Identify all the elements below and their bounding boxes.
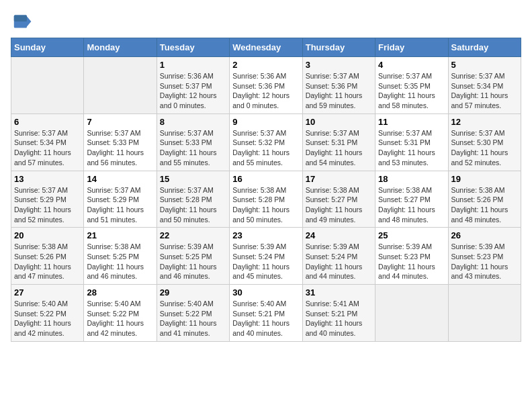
- day-detail: Sunrise: 5:37 AMSunset: 5:29 PMDaylight:…: [87, 185, 153, 225]
- day-detail: Sunrise: 5:39 AMSunset: 5:24 PMDaylight:…: [232, 242, 299, 281]
- calendar-cell: 27Sunrise: 5:40 AMSunset: 5:22 PMDayligh…: [11, 285, 84, 342]
- day-number: 8: [160, 117, 226, 127]
- calendar-week-1: 1Sunrise: 5:36 AMSunset: 5:37 PMDaylight…: [11, 57, 521, 114]
- header-tuesday: Tuesday: [157, 38, 229, 57]
- calendar-cell: 15Sunrise: 5:37 AMSunset: 5:28 PMDayligh…: [157, 171, 229, 228]
- day-number: 5: [451, 60, 518, 70]
- day-number: 27: [14, 287, 81, 298]
- calendar-cell: 18Sunrise: 5:38 AMSunset: 5:27 PMDayligh…: [375, 171, 448, 228]
- calendar-cell: 25Sunrise: 5:39 AMSunset: 5:23 PMDayligh…: [375, 228, 448, 285]
- day-number: 16: [232, 174, 299, 184]
- page-header: [11, 11, 521, 32]
- header-saturday: Saturday: [448, 38, 521, 57]
- header-friday: Friday: [375, 38, 448, 57]
- calendar-cell: 2Sunrise: 5:36 AMSunset: 5:36 PMDaylight…: [230, 57, 302, 114]
- day-number: 13: [14, 174, 81, 184]
- day-detail: Sunrise: 5:39 AMSunset: 5:24 PMDaylight:…: [306, 242, 372, 281]
- day-number: 18: [378, 174, 445, 184]
- day-detail: Sunrise: 5:37 AMSunset: 5:35 PMDaylight:…: [378, 71, 445, 111]
- day-number: 30: [232, 287, 299, 298]
- day-detail: Sunrise: 5:40 AMSunset: 5:22 PMDaylight:…: [87, 299, 153, 338]
- day-detail: Sunrise: 5:39 AMSunset: 5:23 PMDaylight:…: [451, 242, 518, 281]
- svg-rect-2: [14, 15, 27, 21]
- day-number: 24: [306, 230, 372, 240]
- day-detail: Sunrise: 5:38 AMSunset: 5:27 PMDaylight:…: [306, 185, 372, 225]
- calendar-cell: 30Sunrise: 5:40 AMSunset: 5:21 PMDayligh…: [230, 285, 302, 342]
- header-wednesday: Wednesday: [230, 38, 302, 57]
- day-number: 10: [306, 117, 372, 127]
- day-detail: Sunrise: 5:38 AMSunset: 5:26 PMDaylight:…: [14, 242, 81, 281]
- day-number: 19: [451, 174, 518, 184]
- logo: [11, 11, 35, 32]
- day-number: 9: [232, 117, 299, 127]
- calendar-cell: 22Sunrise: 5:39 AMSunset: 5:25 PMDayligh…: [157, 228, 229, 285]
- day-number: 3: [306, 60, 372, 70]
- day-detail: Sunrise: 5:38 AMSunset: 5:25 PMDaylight:…: [87, 242, 153, 281]
- day-detail: Sunrise: 5:41 AMSunset: 5:21 PMDaylight:…: [306, 299, 372, 338]
- calendar-cell: 5Sunrise: 5:37 AMSunset: 5:34 PMDaylight…: [448, 57, 521, 114]
- logo-icon: [11, 11, 32, 32]
- calendar-cell: 17Sunrise: 5:38 AMSunset: 5:27 PMDayligh…: [302, 171, 375, 228]
- calendar-cell: [84, 57, 157, 114]
- day-detail: Sunrise: 5:40 AMSunset: 5:22 PMDaylight:…: [160, 299, 226, 338]
- day-number: 11: [378, 117, 445, 127]
- day-detail: Sunrise: 5:38 AMSunset: 5:28 PMDaylight:…: [232, 185, 299, 225]
- day-detail: Sunrise: 5:37 AMSunset: 5:31 PMDaylight:…: [378, 128, 445, 168]
- day-detail: Sunrise: 5:36 AMSunset: 5:36 PMDaylight:…: [232, 71, 299, 111]
- day-number: 21: [87, 230, 153, 240]
- day-number: 23: [232, 230, 299, 240]
- calendar-week-5: 27Sunrise: 5:40 AMSunset: 5:22 PMDayligh…: [11, 285, 521, 342]
- day-number: 14: [87, 174, 153, 184]
- calendar-cell: [11, 57, 84, 114]
- day-detail: Sunrise: 5:40 AMSunset: 5:21 PMDaylight:…: [232, 299, 299, 338]
- calendar-table: SundayMondayTuesdayWednesdayThursdayFrid…: [11, 38, 521, 342]
- header-sunday: Sunday: [11, 38, 84, 57]
- day-detail: Sunrise: 5:39 AMSunset: 5:23 PMDaylight:…: [378, 242, 445, 281]
- calendar-cell: 10Sunrise: 5:37 AMSunset: 5:31 PMDayligh…: [302, 113, 375, 171]
- calendar-cell: 16Sunrise: 5:38 AMSunset: 5:28 PMDayligh…: [230, 171, 302, 228]
- calendar-cell: 13Sunrise: 5:37 AMSunset: 5:29 PMDayligh…: [11, 171, 84, 228]
- day-detail: Sunrise: 5:37 AMSunset: 5:33 PMDaylight:…: [160, 128, 226, 168]
- calendar-cell: 31Sunrise: 5:41 AMSunset: 5:21 PMDayligh…: [302, 285, 375, 342]
- calendar-week-3: 13Sunrise: 5:37 AMSunset: 5:29 PMDayligh…: [11, 171, 521, 228]
- calendar-cell: 19Sunrise: 5:38 AMSunset: 5:26 PMDayligh…: [448, 171, 521, 228]
- day-number: 7: [87, 117, 153, 127]
- day-detail: Sunrise: 5:36 AMSunset: 5:37 PMDaylight:…: [160, 71, 226, 111]
- calendar-cell: 20Sunrise: 5:38 AMSunset: 5:26 PMDayligh…: [11, 228, 84, 285]
- day-detail: Sunrise: 5:37 AMSunset: 5:28 PMDaylight:…: [160, 185, 226, 225]
- day-number: 15: [160, 174, 226, 184]
- day-detail: Sunrise: 5:37 AMSunset: 5:30 PMDaylight:…: [451, 128, 518, 168]
- calendar-cell: 21Sunrise: 5:38 AMSunset: 5:25 PMDayligh…: [84, 228, 157, 285]
- day-number: 1: [160, 60, 226, 70]
- calendar-cell: 8Sunrise: 5:37 AMSunset: 5:33 PMDaylight…: [157, 113, 229, 171]
- day-detail: Sunrise: 5:39 AMSunset: 5:25 PMDaylight:…: [160, 242, 226, 281]
- day-number: 26: [451, 230, 518, 240]
- calendar-cell: 23Sunrise: 5:39 AMSunset: 5:24 PMDayligh…: [230, 228, 302, 285]
- calendar-cell: 7Sunrise: 5:37 AMSunset: 5:33 PMDaylight…: [84, 113, 157, 171]
- calendar-cell: 1Sunrise: 5:36 AMSunset: 5:37 PMDaylight…: [157, 57, 229, 114]
- calendar-cell: 12Sunrise: 5:37 AMSunset: 5:30 PMDayligh…: [448, 113, 521, 171]
- day-detail: Sunrise: 5:37 AMSunset: 5:34 PMDaylight:…: [451, 71, 518, 111]
- day-number: 17: [306, 174, 372, 184]
- day-number: 29: [160, 287, 226, 298]
- day-detail: Sunrise: 5:37 AMSunset: 5:33 PMDaylight:…: [87, 128, 153, 168]
- day-detail: Sunrise: 5:37 AMSunset: 5:31 PMDaylight:…: [306, 128, 372, 168]
- header-monday: Monday: [84, 38, 157, 57]
- day-number: 31: [306, 287, 372, 298]
- day-number: 2: [232, 60, 299, 70]
- day-detail: Sunrise: 5:37 AMSunset: 5:36 PMDaylight:…: [306, 71, 372, 111]
- calendar-cell: [375, 285, 448, 342]
- calendar-cell: 3Sunrise: 5:37 AMSunset: 5:36 PMDaylight…: [302, 57, 375, 114]
- day-detail: Sunrise: 5:38 AMSunset: 5:26 PMDaylight:…: [451, 185, 518, 225]
- day-detail: Sunrise: 5:37 AMSunset: 5:32 PMDaylight:…: [232, 128, 299, 168]
- day-detail: Sunrise: 5:40 AMSunset: 5:22 PMDaylight:…: [14, 299, 81, 338]
- day-number: 20: [14, 230, 81, 240]
- calendar-cell: 9Sunrise: 5:37 AMSunset: 5:32 PMDaylight…: [230, 113, 302, 171]
- day-detail: Sunrise: 5:37 AMSunset: 5:34 PMDaylight:…: [14, 128, 81, 168]
- calendar-cell: 26Sunrise: 5:39 AMSunset: 5:23 PMDayligh…: [448, 228, 521, 285]
- header-thursday: Thursday: [302, 38, 375, 57]
- calendar-week-4: 20Sunrise: 5:38 AMSunset: 5:26 PMDayligh…: [11, 228, 521, 285]
- calendar-cell: 6Sunrise: 5:37 AMSunset: 5:34 PMDaylight…: [11, 113, 84, 171]
- calendar-cell: 24Sunrise: 5:39 AMSunset: 5:24 PMDayligh…: [302, 228, 375, 285]
- calendar-cell: [448, 285, 521, 342]
